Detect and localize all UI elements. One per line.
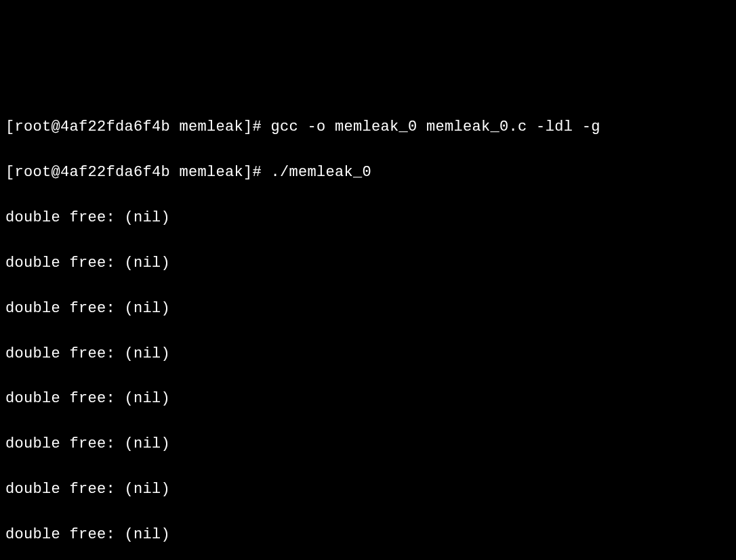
terminal-line: double free: (nil)	[5, 297, 731, 320]
terminal-line: double free: (nil)	[5, 343, 731, 365]
terminal-line: double free: (nil)	[5, 478, 731, 500]
terminal-line: [root@4af22fda6f4b memleak]# gcc -o meml…	[5, 116, 731, 138]
terminal-line: double free: (nil)	[5, 207, 731, 229]
terminal-line: [root@4af22fda6f4b memleak]# ./memleak_0	[5, 161, 731, 184]
terminal-line: double free: (nil)	[5, 433, 731, 455]
terminal-line: double free: (nil)	[5, 523, 731, 546]
terminal-line: double free: (nil)	[5, 252, 731, 274]
terminal-window[interactable]: [root@4af22fda6f4b memleak]# gcc -o meml…	[5, 93, 731, 560]
terminal-line: double free: (nil)	[5, 387, 731, 410]
